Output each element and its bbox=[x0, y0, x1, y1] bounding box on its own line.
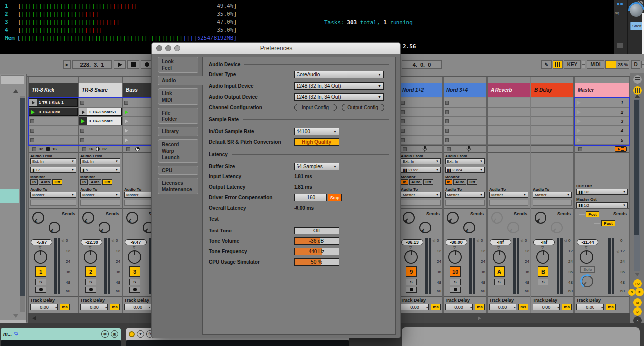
cpu-usage-simulator-slider[interactable]: 50 % bbox=[294, 258, 339, 266]
solo-button[interactable]: S bbox=[494, 279, 505, 285]
volume-value[interactable]: -Inf bbox=[490, 239, 511, 245]
pan-knob[interactable] bbox=[493, 250, 506, 264]
track-header[interactable]: A Reverb bbox=[488, 83, 530, 97]
clip-stop-square[interactable] bbox=[32, 147, 36, 151]
arm-button[interactable] bbox=[85, 287, 96, 293]
scene-slot[interactable]: 1 bbox=[575, 98, 629, 107]
tone-frequency-slider[interactable]: 440 Hz bbox=[294, 248, 339, 255]
send-b-knob[interactable]: B bbox=[551, 222, 563, 233]
audio-from-select[interactable]: Ext. In bbox=[401, 158, 441, 164]
send-b-knob[interactable]: B bbox=[49, 222, 60, 233]
pan-knob[interactable] bbox=[128, 250, 141, 264]
driver-type-select[interactable]: CoreAudio bbox=[294, 71, 384, 78]
audio-to-select[interactable]: Master bbox=[533, 192, 572, 198]
track-delay-field[interactable]: 0.00◂ bbox=[124, 304, 151, 310]
send-b-knob[interactable]: B bbox=[419, 222, 431, 233]
eq-gain-knob[interactable] bbox=[630, 4, 643, 17]
input-channel-select[interactable]: ▮ 5 bbox=[80, 167, 120, 173]
hot-swap-icon[interactable]: ⇄ bbox=[101, 330, 109, 338]
clip-slot[interactable] bbox=[444, 98, 486, 107]
input-channel-select[interactable]: ▮ 17 bbox=[30, 167, 76, 173]
arm-button[interactable] bbox=[35, 287, 46, 293]
clip-stop-square[interactable] bbox=[403, 147, 407, 151]
clip-slot[interactable] bbox=[488, 136, 530, 144]
ms-unit-badge[interactable]: ms bbox=[518, 304, 528, 310]
volume-value[interactable]: -Inf bbox=[533, 239, 555, 245]
send-a-knob[interactable]: A bbox=[535, 212, 546, 224]
track-delay-field[interactable]: 0.00◂ bbox=[533, 304, 560, 310]
post-toggle-a[interactable]: Post bbox=[586, 211, 599, 217]
computer-midi-keyboard-button[interactable] bbox=[553, 60, 563, 69]
clip-slot[interactable] bbox=[399, 117, 442, 125]
scrollbar-thumb[interactable] bbox=[20, 98, 25, 296]
output-config-button[interactable]: Output Config bbox=[342, 104, 384, 111]
clip-slot[interactable] bbox=[79, 126, 122, 135]
tab-look-feel[interactable]: LookFeel bbox=[158, 57, 198, 73]
loop-length-field[interactable]: 4. 0. 0 bbox=[402, 60, 442, 69]
driver-error-compensation-field[interactable]: -160 bbox=[294, 194, 327, 201]
pan-knob[interactable] bbox=[34, 250, 47, 264]
monitor-off-button[interactable]: Off bbox=[52, 179, 62, 185]
fold-icon[interactable]: ▼ bbox=[137, 330, 144, 338]
volume-value[interactable]: -22.30 bbox=[81, 239, 102, 245]
record-button[interactable] bbox=[141, 60, 152, 69]
arrangement-position-field[interactable]: 228. 3. 1 bbox=[72, 60, 112, 69]
send-b-knob[interactable]: B bbox=[99, 222, 110, 233]
volume-value[interactable]: -80.00 bbox=[446, 239, 467, 245]
clip-slot[interactable] bbox=[488, 117, 530, 125]
track-header[interactable]: TR-8 Kick bbox=[29, 83, 78, 97]
track-delay-field[interactable]: 0.00◂ bbox=[80, 304, 108, 310]
clip-slot[interactable] bbox=[399, 108, 442, 116]
track-delay-field[interactable]: 0.00◂ bbox=[401, 304, 429, 310]
monitor-auto-button[interactable]: Auto bbox=[89, 179, 101, 185]
track-delay-field[interactable]: 0.00◂ bbox=[489, 304, 516, 310]
monitor-auto-button[interactable]: Auto bbox=[453, 179, 466, 185]
audio-to-select[interactable]: Master bbox=[30, 192, 76, 198]
tab-cpu[interactable]: CPU bbox=[158, 166, 198, 175]
pan-knob[interactable] bbox=[84, 250, 97, 264]
send-b-knob[interactable]: B bbox=[463, 222, 475, 233]
ms-unit-badge[interactable]: ms bbox=[562, 304, 572, 310]
clip-slot[interactable] bbox=[531, 117, 573, 125]
master-out-select[interactable]: ▮▮ 1/2 bbox=[576, 202, 628, 208]
solo-button[interactable]: S bbox=[406, 279, 417, 285]
send-a-knob[interactable]: A bbox=[403, 212, 415, 224]
track-delay-field[interactable]: 0.00◂ bbox=[30, 304, 58, 310]
scroll-left-icon[interactable] bbox=[32, 316, 36, 320]
audio-to-select[interactable]: Master bbox=[445, 192, 485, 198]
test-tone-toggle[interactable]: Off bbox=[294, 227, 339, 234]
input-config-button[interactable]: Input Config bbox=[294, 104, 337, 111]
clip-slot[interactable] bbox=[531, 98, 573, 107]
master-solo-button[interactable]: Solo bbox=[580, 266, 595, 273]
zoom-button[interactable] bbox=[174, 45, 180, 51]
audio-input-device-select[interactable]: 1248 (32 In, 34 Out) bbox=[294, 82, 384, 90]
clip-slot[interactable] bbox=[399, 126, 442, 135]
scroll-up-icon[interactable] bbox=[13, 89, 18, 93]
output-channel-field[interactable] bbox=[80, 200, 120, 206]
clip-slot[interactable] bbox=[29, 117, 78, 125]
clip-slot[interactable] bbox=[531, 108, 573, 116]
arm-button[interactable] bbox=[450, 287, 461, 293]
browser-scrollbar[interactable] bbox=[20, 96, 25, 312]
draw-mode-button[interactable]: ✎ bbox=[541, 60, 552, 69]
cue-out-select[interactable]: ▮▮ 1/2 bbox=[576, 189, 628, 195]
track-activator-button[interactable]: 1 bbox=[35, 266, 46, 277]
output-channel-field[interactable] bbox=[489, 200, 528, 206]
stop-all-square[interactable] bbox=[578, 147, 582, 151]
audio-from-select[interactable]: Ext. In bbox=[30, 158, 76, 164]
audio-output-device-select[interactable]: 1248 (32 In, 34 Out) bbox=[294, 93, 384, 101]
audio-from-select[interactable]: Ext. In bbox=[80, 158, 120, 164]
output-channel-field[interactable] bbox=[445, 200, 485, 206]
shelf-button[interactable]: Shelf bbox=[630, 22, 643, 30]
solo-button[interactable]: S bbox=[35, 279, 46, 285]
close-button[interactable] bbox=[156, 45, 162, 51]
clip-slot[interactable] bbox=[488, 98, 530, 107]
track-activator-button[interactable]: 10 bbox=[450, 266, 461, 277]
ms-unit-badge[interactable]: ms bbox=[606, 304, 616, 310]
send-a-knob[interactable]: A bbox=[447, 212, 459, 224]
pan-knob[interactable] bbox=[448, 250, 462, 264]
monitor-auto-button[interactable]: Auto bbox=[409, 179, 422, 185]
minimize-button[interactable] bbox=[165, 45, 171, 51]
clip-slot[interactable] bbox=[399, 136, 442, 144]
play-button[interactable] bbox=[114, 60, 126, 69]
